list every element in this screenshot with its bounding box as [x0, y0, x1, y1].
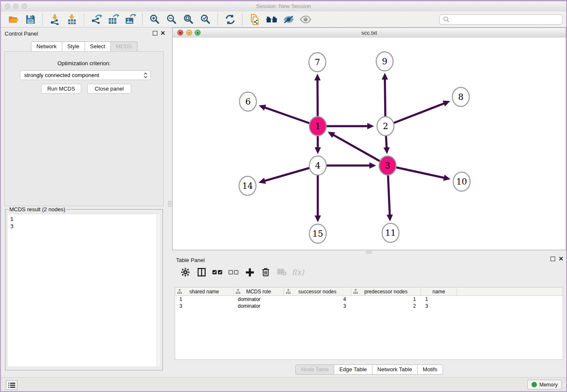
- graph-arrowhead: [259, 105, 266, 110]
- table-cell[interactable]: 1: [351, 296, 421, 302]
- graph-arrowhead: [369, 163, 376, 169]
- table-cell[interactable]: 3: [421, 303, 457, 309]
- clone-network-icon[interactable]: [248, 14, 261, 25]
- zoom-in-icon[interactable]: [149, 14, 161, 25]
- search-input[interactable]: [451, 16, 562, 23]
- table-cell[interactable]: 1: [175, 296, 234, 302]
- select-all-columns-icon[interactable]: [212, 267, 223, 278]
- table-cell[interactable]: 3: [175, 303, 234, 309]
- export-network-icon[interactable]: [90, 14, 103, 25]
- close-panel-icon[interactable]: ✕: [559, 255, 564, 262]
- result-scrollbar[interactable]: [157, 214, 161, 367]
- add-column-icon[interactable]: [244, 267, 255, 278]
- control-panel-header: Control Panel ✕: [1, 28, 168, 39]
- table-panel-tabs: Node TableEdge TableNetwork TableMotifs: [172, 364, 566, 375]
- graph-arrowhead: [387, 215, 393, 221]
- zoom-out-icon[interactable]: [165, 14, 178, 25]
- column-header-shared-name[interactable]: shared name: [175, 287, 234, 295]
- graph-edge-2-8[interactable]: [385, 103, 445, 126]
- delete-table-icon: [276, 267, 287, 278]
- task-history-button[interactable]: [6, 380, 17, 390]
- network-view-title: scc.txt: [173, 30, 566, 36]
- table-panel-title: Table Panel: [176, 257, 205, 263]
- column-label: name: [432, 289, 445, 295]
- hide-selected-icon[interactable]: [282, 14, 295, 25]
- vertical-splitter[interactable]: [168, 28, 172, 377]
- sort-tree-icon: [286, 289, 291, 294]
- save-session-icon[interactable]: [24, 14, 37, 25]
- network-view-window: ✕ − + scc.txt 1234678910111415: [172, 28, 566, 250]
- column-header-MCDS-role[interactable]: MCDS role: [234, 287, 284, 295]
- splitter-grip[interactable]: [168, 201, 171, 207]
- tab-network[interactable]: Network: [31, 41, 62, 52]
- import-table-icon[interactable]: [66, 14, 78, 25]
- graph-arrowhead: [443, 175, 450, 181]
- horizontal-splitter[interactable]: [172, 250, 566, 254]
- control-panel-tabs: NetworkStyleSelectMCDS: [1, 41, 168, 52]
- delete-column-icon[interactable]: [260, 267, 271, 278]
- graph-node-label: 8: [458, 92, 464, 102]
- search-box[interactable]: [439, 14, 563, 25]
- close-panel-button[interactable]: Close panel: [87, 84, 131, 94]
- table-cell[interactable]: 4: [284, 296, 351, 302]
- graph-arrowhead: [367, 123, 374, 130]
- run-mcds-button[interactable]: Run MCDS: [41, 84, 81, 94]
- table-row[interactable]: 1dominator411: [175, 296, 563, 303]
- table-row[interactable]: 3dominator323: [175, 303, 563, 309]
- graph-arrowhead: [259, 178, 266, 184]
- column-header-name[interactable]: name: [421, 287, 457, 295]
- mcds-result-textarea[interactable]: 1 3: [7, 214, 157, 367]
- table-cell[interactable]: 2: [351, 303, 421, 309]
- table-cell[interactable]: 1: [421, 296, 457, 302]
- show-eye-icon[interactable]: [299, 14, 312, 25]
- table-cell[interactable]: dominator: [234, 296, 284, 302]
- tab-select[interactable]: Select: [85, 41, 111, 52]
- export-image-icon[interactable]: [124, 14, 137, 25]
- sort-tree-icon: [177, 289, 182, 294]
- column-label: shared name: [189, 289, 219, 295]
- zoom-fit-icon[interactable]: [182, 14, 195, 25]
- splitter-grip[interactable]: [366, 251, 372, 254]
- float-panel-icon[interactable]: [153, 31, 157, 36]
- node-table[interactable]: shared nameMCDS rolesuccessor nodesprede…: [175, 287, 563, 360]
- zoom-selected-icon[interactable]: [199, 14, 212, 25]
- graph-edge-3-1[interactable]: [333, 135, 388, 166]
- graph-arrowhead: [314, 74, 321, 80]
- graph-node-label: 7: [315, 57, 320, 67]
- column-header-predecessor-nodes[interactable]: predecessor nodes: [351, 287, 421, 295]
- toolbar-separator: [42, 14, 43, 25]
- table-tab-node-table[interactable]: Node Table: [295, 364, 334, 375]
- table-cell[interactable]: dominator: [234, 303, 284, 309]
- deselect-all-columns-icon[interactable]: [228, 267, 239, 278]
- table-cell[interactable]: 3: [284, 303, 351, 309]
- export-table-icon[interactable]: [107, 14, 120, 25]
- graph-node-label: 10: [456, 177, 467, 187]
- graph-node-label: 11: [385, 228, 396, 238]
- table-tab-motifs[interactable]: Motifs: [418, 364, 443, 375]
- graph-node-label: 14: [242, 181, 253, 191]
- tab-mcds[interactable]: MCDS: [111, 41, 138, 52]
- import-network-icon[interactable]: [49, 14, 61, 25]
- memory-button[interactable]: Memory: [527, 380, 562, 389]
- sort-tree-icon: [353, 289, 358, 294]
- column-header-successor-nodes[interactable]: successor nodes: [284, 287, 351, 295]
- graph-node-label: 3: [385, 160, 391, 171]
- refresh-layout-icon[interactable]: [224, 14, 237, 25]
- table-settings-gear-icon[interactable]: [180, 267, 191, 278]
- float-panel-icon[interactable]: [550, 257, 555, 261]
- graph-arrowhead: [315, 215, 321, 222]
- tab-style[interactable]: Style: [62, 41, 85, 52]
- table-toolbar: f(x): [172, 263, 566, 281]
- close-panel-icon[interactable]: ✕: [160, 30, 165, 36]
- network-canvas[interactable]: 1234678910111415: [173, 38, 566, 250]
- table-tab-network-table[interactable]: Network Table: [372, 364, 418, 375]
- graph-node-label: 15: [312, 229, 323, 239]
- table-tab-edge-table[interactable]: Edge Table: [334, 364, 372, 375]
- graph-node-label: 2: [383, 121, 388, 131]
- open-session-icon[interactable]: [7, 14, 20, 25]
- memory-status-icon: [531, 382, 537, 387]
- graph-node-label: 6: [245, 97, 251, 107]
- split-view-icon[interactable]: [196, 267, 207, 278]
- criterion-select[interactable]: strongly connected component: [20, 70, 151, 80]
- home-views-icon[interactable]: [265, 14, 278, 25]
